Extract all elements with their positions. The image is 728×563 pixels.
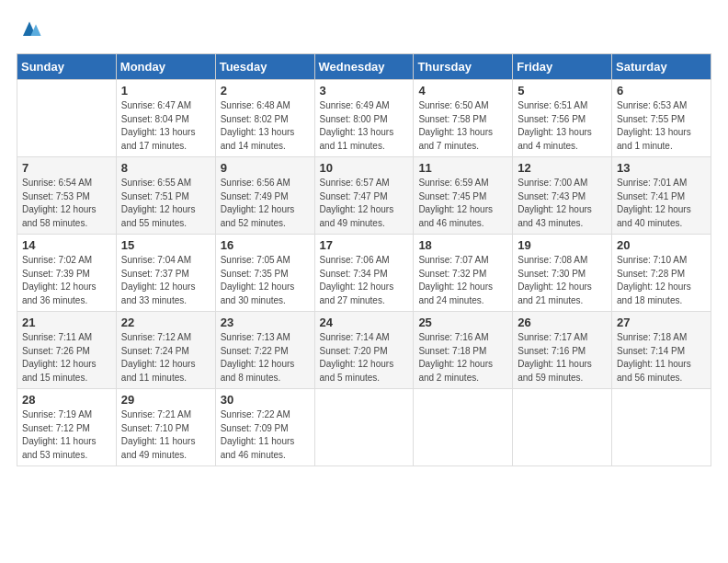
cell-content: Sunrise: 6:56 AM Sunset: 7:49 PM Dayligh… (221, 177, 311, 230)
day-number: 4 (418, 84, 508, 98)
day-number: 3 (320, 84, 410, 98)
calendar-cell (17, 80, 117, 157)
cell-content: Sunrise: 7:21 AM Sunset: 7:10 PM Dayligh… (121, 408, 211, 462)
calendar-cell: 18Sunrise: 7:07 AM Sunset: 7:32 PM Dayli… (414, 235, 513, 312)
column-header-wednesday: Wednesday (314, 54, 414, 80)
day-number: 5 (518, 84, 608, 98)
cell-content: Sunrise: 7:22 AM Sunset: 7:09 PM Dayligh… (221, 408, 311, 462)
calendar-cell: 2Sunrise: 6:48 AM Sunset: 8:02 PM Daylig… (215, 80, 314, 157)
cell-content: Sunrise: 7:17 AM Sunset: 7:16 PM Dayligh… (518, 331, 608, 385)
day-number: 17 (320, 238, 410, 252)
column-header-sunday: Sunday (17, 54, 117, 80)
cell-content: Sunrise: 6:50 AM Sunset: 7:58 PM Dayligh… (418, 99, 508, 153)
cell-content: Sunrise: 6:48 AM Sunset: 8:02 PM Dayligh… (221, 99, 311, 153)
calendar-cell: 23Sunrise: 7:13 AM Sunset: 7:22 PM Dayli… (215, 312, 314, 389)
day-number: 20 (617, 238, 707, 252)
calendar-cell: 6Sunrise: 6:53 AM Sunset: 7:55 PM Daylig… (612, 80, 711, 157)
calendar-cell: 1Sunrise: 6:47 AM Sunset: 8:04 PM Daylig… (116, 80, 215, 157)
column-header-friday: Friday (513, 54, 612, 80)
week-row-3: 14Sunrise: 7:02 AM Sunset: 7:39 PM Dayli… (17, 235, 711, 312)
calendar-cell: 10Sunrise: 6:57 AM Sunset: 7:47 PM Dayli… (314, 157, 414, 235)
cell-content: Sunrise: 7:04 AM Sunset: 7:37 PM Dayligh… (121, 254, 211, 307)
cell-content: Sunrise: 6:51 AM Sunset: 7:56 PM Dayligh… (518, 99, 608, 153)
day-number: 28 (22, 393, 112, 407)
calendar-cell (612, 389, 711, 466)
cell-content: Sunrise: 6:53 AM Sunset: 7:55 PM Dayligh… (617, 99, 707, 153)
day-number: 19 (518, 238, 608, 252)
cell-content: Sunrise: 7:08 AM Sunset: 7:30 PM Dayligh… (518, 254, 608, 307)
cell-content: Sunrise: 7:16 AM Sunset: 7:18 PM Dayligh… (418, 331, 508, 385)
column-header-tuesday: Tuesday (215, 54, 314, 80)
day-number: 15 (121, 238, 211, 252)
day-number: 7 (22, 161, 112, 175)
calendar-table: SundayMondayTuesdayWednesdayThursdayFrid… (17, 53, 711, 466)
day-number: 10 (320, 161, 410, 175)
calendar-cell: 16Sunrise: 7:05 AM Sunset: 7:35 PM Dayli… (215, 235, 314, 312)
day-number: 30 (221, 393, 311, 407)
day-number: 26 (518, 316, 608, 329)
calendar-cell: 21Sunrise: 7:11 AM Sunset: 7:26 PM Dayli… (17, 312, 117, 389)
calendar-cell: 15Sunrise: 7:04 AM Sunset: 7:37 PM Dayli… (116, 235, 215, 312)
cell-content: Sunrise: 7:02 AM Sunset: 7:39 PM Dayligh… (22, 254, 112, 307)
calendar-cell: 14Sunrise: 7:02 AM Sunset: 7:39 PM Dayli… (17, 235, 117, 312)
day-number: 2 (221, 84, 311, 98)
week-row-5: 28Sunrise: 7:19 AM Sunset: 7:12 PM Dayli… (17, 389, 711, 466)
calendar-cell: 25Sunrise: 7:16 AM Sunset: 7:18 PM Dayli… (414, 312, 513, 389)
logo-icon (17, 17, 42, 42)
day-number: 22 (121, 316, 211, 329)
day-number: 11 (418, 161, 508, 175)
calendar-cell: 3Sunrise: 6:49 AM Sunset: 8:00 PM Daylig… (314, 80, 414, 157)
week-row-4: 21Sunrise: 7:11 AM Sunset: 7:26 PM Dayli… (17, 312, 711, 389)
cell-content: Sunrise: 7:11 AM Sunset: 7:26 PM Dayligh… (22, 331, 112, 385)
cell-content: Sunrise: 7:01 AM Sunset: 7:41 PM Dayligh… (617, 177, 707, 230)
calendar-cell (314, 389, 414, 466)
column-header-saturday: Saturday (612, 54, 711, 80)
calendar-cell: 19Sunrise: 7:08 AM Sunset: 7:30 PM Dayli… (513, 235, 612, 312)
week-row-1: 1Sunrise: 6:47 AM Sunset: 8:04 PM Daylig… (17, 80, 711, 157)
day-number: 24 (320, 316, 410, 329)
day-number: 6 (617, 84, 707, 98)
cell-content: Sunrise: 6:59 AM Sunset: 7:45 PM Dayligh… (418, 177, 508, 230)
calendar-cell: 7Sunrise: 6:54 AM Sunset: 7:53 PM Daylig… (17, 157, 117, 235)
cell-content: Sunrise: 7:07 AM Sunset: 7:32 PM Dayligh… (418, 254, 508, 307)
cell-content: Sunrise: 6:57 AM Sunset: 7:47 PM Dayligh… (320, 177, 410, 230)
day-number: 27 (617, 316, 707, 329)
calendar-cell (513, 389, 612, 466)
day-number: 8 (121, 161, 211, 175)
calendar-cell: 29Sunrise: 7:21 AM Sunset: 7:10 PM Dayli… (116, 389, 215, 466)
day-number: 23 (221, 316, 311, 329)
calendar-cell: 26Sunrise: 7:17 AM Sunset: 7:16 PM Dayli… (513, 312, 612, 389)
header (17, 17, 711, 42)
calendar-cell: 8Sunrise: 6:55 AM Sunset: 7:51 PM Daylig… (116, 157, 215, 235)
column-header-monday: Monday (116, 54, 215, 80)
cell-content: Sunrise: 6:55 AM Sunset: 7:51 PM Dayligh… (121, 177, 211, 230)
cell-content: Sunrise: 7:06 AM Sunset: 7:34 PM Dayligh… (320, 254, 410, 307)
cell-content: Sunrise: 7:14 AM Sunset: 7:20 PM Dayligh… (320, 331, 410, 385)
day-number: 14 (22, 238, 112, 252)
calendar-cell: 27Sunrise: 7:18 AM Sunset: 7:14 PM Dayli… (612, 312, 711, 389)
calendar-cell: 12Sunrise: 7:00 AM Sunset: 7:43 PM Dayli… (513, 157, 612, 235)
day-number: 25 (418, 316, 508, 329)
calendar-cell: 4Sunrise: 6:50 AM Sunset: 7:58 PM Daylig… (414, 80, 513, 157)
week-row-2: 7Sunrise: 6:54 AM Sunset: 7:53 PM Daylig… (17, 157, 711, 235)
day-number: 16 (221, 238, 311, 252)
calendar-cell: 17Sunrise: 7:06 AM Sunset: 7:34 PM Dayli… (314, 235, 414, 312)
calendar-cell: 20Sunrise: 7:10 AM Sunset: 7:28 PM Dayli… (612, 235, 711, 312)
calendar-cell: 28Sunrise: 7:19 AM Sunset: 7:12 PM Dayli… (17, 389, 117, 466)
calendar-cell: 9Sunrise: 6:56 AM Sunset: 7:49 PM Daylig… (215, 157, 314, 235)
day-number: 29 (121, 393, 211, 407)
day-number: 9 (221, 161, 311, 175)
day-number: 12 (518, 161, 608, 175)
cell-content: Sunrise: 7:05 AM Sunset: 7:35 PM Dayligh… (221, 254, 311, 307)
header-row: SundayMondayTuesdayWednesdayThursdayFrid… (17, 54, 711, 80)
column-header-thursday: Thursday (414, 54, 513, 80)
cell-content: Sunrise: 6:49 AM Sunset: 8:00 PM Dayligh… (320, 99, 410, 153)
cell-content: Sunrise: 7:18 AM Sunset: 7:14 PM Dayligh… (617, 331, 707, 385)
calendar-cell: 30Sunrise: 7:22 AM Sunset: 7:09 PM Dayli… (215, 389, 314, 466)
calendar-cell: 5Sunrise: 6:51 AM Sunset: 7:56 PM Daylig… (513, 80, 612, 157)
day-number: 1 (121, 84, 211, 98)
calendar-cell: 13Sunrise: 7:01 AM Sunset: 7:41 PM Dayli… (612, 157, 711, 235)
day-number: 13 (617, 161, 707, 175)
calendar-cell: 24Sunrise: 7:14 AM Sunset: 7:20 PM Dayli… (314, 312, 414, 389)
page: SundayMondayTuesdayWednesdayThursdayFrid… (0, 0, 728, 476)
